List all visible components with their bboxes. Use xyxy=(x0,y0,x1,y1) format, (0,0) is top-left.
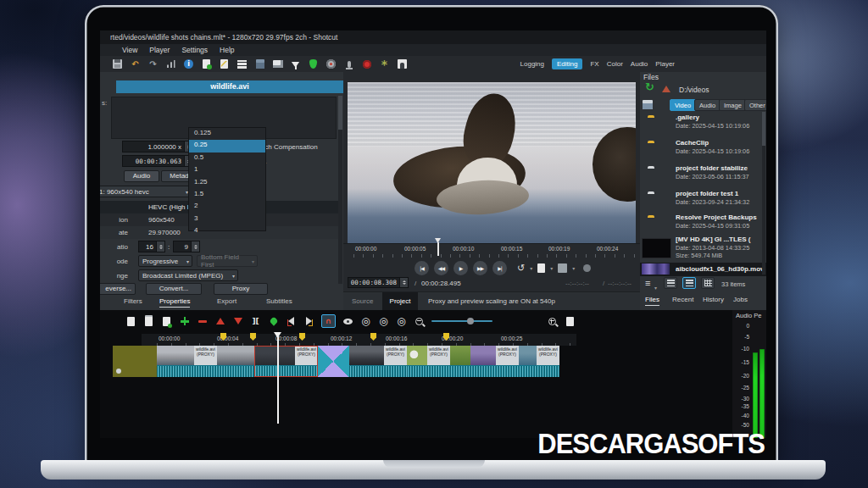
timer-icon[interactable] xyxy=(326,58,337,69)
up-directory-icon[interactable] xyxy=(662,86,670,92)
filter-image[interactable]: Image xyxy=(719,99,747,111)
fast-forward-button[interactable]: ▶▶ xyxy=(473,261,487,275)
redo-icon[interactable]: ↷ xyxy=(147,58,159,69)
timeline-clip[interactable]: wildlife.avi(PROXY) xyxy=(519,346,559,377)
filter-video[interactable]: Video xyxy=(670,99,696,111)
speed-option[interactable]: 0.125 xyxy=(189,128,265,140)
tab-properties[interactable]: Properties xyxy=(159,297,190,308)
file-row[interactable]: Resolve Project BackupsDate: 2025-04-15 … xyxy=(640,212,766,236)
stream-select[interactable]: 1: 960x540 hevc xyxy=(100,186,192,197)
speed-option-selected[interactable]: 0.25 xyxy=(189,140,265,152)
record-icon[interactable] xyxy=(361,58,372,69)
shield-icon[interactable] xyxy=(308,58,319,69)
aspect-h-field[interactable]: 9 xyxy=(173,241,200,252)
speed-option[interactable]: 3 xyxy=(189,214,265,225)
convert-button[interactable]: Convert... xyxy=(146,283,202,295)
ripple-delete-icon[interactable] xyxy=(197,315,208,328)
tab-audio[interactable]: Audio xyxy=(631,60,648,68)
range-select[interactable]: Broadcast Limited (MPEG) xyxy=(138,269,238,281)
timeline-clip[interactable]: wildlife.avi(PROXY) xyxy=(407,346,470,377)
filter-audio[interactable]: Audio xyxy=(694,99,721,111)
track-hide-icon[interactable] xyxy=(116,369,121,374)
tab-filters[interactable]: Filters xyxy=(124,297,142,305)
rewind-button[interactable]: ◀◀ xyxy=(434,261,448,275)
files-scrollbar[interactable] xyxy=(762,112,765,274)
view-icon[interactable] xyxy=(643,100,653,109)
marker-icon[interactable] xyxy=(268,315,279,328)
file-row[interactable]: [MV HD 4K] GI ...TLES (Date: 2013-04-08 … xyxy=(640,236,766,263)
loop-button[interactable]: ↺ xyxy=(517,263,525,274)
save-icon[interactable] xyxy=(112,58,123,69)
ripple-markers-icon[interactable]: ◎ xyxy=(396,315,407,328)
speed-field[interactable]: 1.000000 x xyxy=(122,141,193,152)
snap-icon[interactable]: ∩ xyxy=(321,314,336,328)
properties-icon[interactable] xyxy=(254,58,265,69)
timeline-zoom-slider[interactable] xyxy=(431,320,492,323)
prev-marker-icon[interactable] xyxy=(286,315,297,328)
file-row[interactable]: project folder test 1Date: 2023-09-24 21… xyxy=(640,188,766,212)
copy-icon[interactable] xyxy=(125,315,136,328)
skip-start-button[interactable]: |◀ xyxy=(415,261,429,275)
split-icon[interactable]: ][ xyxy=(250,315,261,328)
menu-settings[interactable]: Settings xyxy=(181,46,208,54)
in-out-button[interactable] xyxy=(537,263,545,273)
timeline-clip-selected[interactable]: wildlife.avi(PROXY) xyxy=(254,346,318,377)
tab-subtitles[interactable]: Subtitles xyxy=(266,297,292,305)
append-icon[interactable] xyxy=(161,315,172,328)
menu-help[interactable]: Help xyxy=(220,46,234,54)
speed-option[interactable]: 1.5 xyxy=(189,189,265,201)
tab-logging[interactable]: Logging xyxy=(520,60,544,68)
tab-audio-props[interactable]: Audio xyxy=(124,170,159,182)
menu-player[interactable]: Player xyxy=(149,46,170,54)
reverse-button[interactable]: everse... xyxy=(100,283,136,295)
speed-option[interactable]: 0.5 xyxy=(189,152,265,164)
duration-field[interactable]: 00:00:30.063 xyxy=(122,155,193,167)
refresh-icon[interactable]: ↻ xyxy=(645,81,654,93)
aspect-w-field[interactable]: 16 xyxy=(138,241,165,252)
clip-tab[interactable]: wildlife.avi xyxy=(116,80,343,93)
recent-icon[interactable] xyxy=(201,58,212,69)
video-preview[interactable] xyxy=(348,82,636,243)
scan-select[interactable]: Progressive xyxy=(138,255,192,267)
zoom-out-icon[interactable] xyxy=(414,315,425,328)
view-icons-button[interactable] xyxy=(701,277,715,289)
tab-player[interactable]: Player xyxy=(655,60,675,68)
voiceover-icon[interactable] xyxy=(343,58,354,69)
files-menu-icon[interactable]: ≡ xyxy=(645,279,650,288)
lift-icon[interactable] xyxy=(214,315,225,328)
view-details-button[interactable] xyxy=(682,277,696,289)
scrub-icon[interactable] xyxy=(342,315,353,328)
paste-icon[interactable] xyxy=(143,315,154,328)
loop-caret-icon[interactable]: ▾ xyxy=(530,265,532,271)
playlist-icon[interactable] xyxy=(236,58,248,69)
skip-end-button[interactable]: ▶| xyxy=(492,261,507,275)
plus-icon[interactable] xyxy=(179,315,190,328)
tab-source[interactable]: Source xyxy=(352,297,373,305)
notes-icon[interactable] xyxy=(397,58,408,69)
zoom-in-icon[interactable] xyxy=(547,315,558,328)
aspect-h-spinner[interactable] xyxy=(191,241,199,252)
tab-project[interactable]: Project xyxy=(382,292,418,310)
filter-other[interactable]: Other xyxy=(744,99,766,111)
file-row[interactable]: project folder stabilizeDate: 2023-05-06… xyxy=(640,163,766,186)
ripple-all-tracks-icon[interactable]: ◎ xyxy=(378,315,389,328)
files-menu-caret-icon[interactable]: ▾ xyxy=(654,285,657,291)
transition-clip[interactable] xyxy=(318,346,349,377)
tab-jobs[interactable]: Jobs xyxy=(733,296,748,303)
file-row[interactable]: aibcloudfx1_06_hd30p.mov xyxy=(640,263,766,276)
zoom-fit-icon[interactable] xyxy=(565,315,576,328)
speed-option[interactable]: 4 xyxy=(189,225,265,237)
undo-icon[interactable]: ↶ xyxy=(130,58,141,69)
proxy-button[interactable]: Proxy xyxy=(214,283,268,295)
next-marker-icon[interactable] xyxy=(303,315,314,328)
speed-option[interactable]: 2 xyxy=(189,201,265,213)
menu-view[interactable]: View xyxy=(122,46,137,54)
tab-color[interactable]: Color xyxy=(607,60,623,68)
tab-editing[interactable]: Editing xyxy=(552,58,582,69)
position-spinner[interactable] xyxy=(399,278,408,287)
player-ruler[interactable]: 00:00:00 00:00:05 00:00:10 00:00:15 00:0… xyxy=(343,243,640,258)
settings-gear-icon[interactable]: * xyxy=(379,58,390,69)
file-row[interactable]: .galleryDate: 2025-04-15 10:19:06 xyxy=(640,112,766,136)
tab-export[interactable]: Export xyxy=(217,297,236,305)
files-path[interactable]: D:/videos xyxy=(679,86,709,94)
